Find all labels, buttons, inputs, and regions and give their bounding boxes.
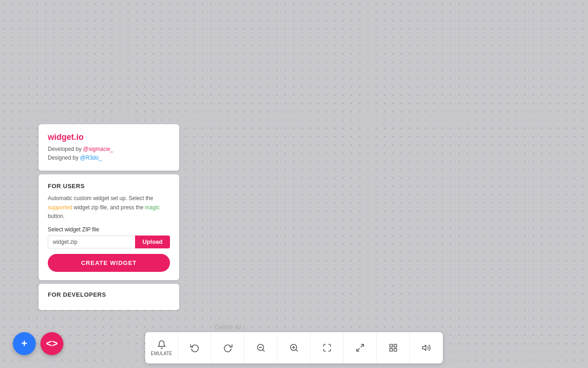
volume-icon — [422, 343, 431, 352]
svg-line-4 — [295, 350, 297, 351]
grid-icon — [389, 343, 398, 352]
zoom-out-button[interactable] — [244, 332, 277, 363]
svg-rect-8 — [394, 345, 396, 347]
zoom-out-icon — [256, 343, 266, 352]
desc-supported: supported — [48, 204, 72, 211]
svg-rect-7 — [390, 345, 392, 347]
plus-icon: + — [22, 339, 28, 349]
fit-screen-icon — [322, 343, 332, 352]
redo-button[interactable] — [211, 332, 244, 363]
desc-text-3: button. — [48, 213, 65, 219]
fab-code-button[interactable]: <> — [40, 332, 63, 355]
svg-rect-9 — [390, 349, 392, 351]
grid-button[interactable] — [377, 332, 410, 363]
bottom-toolbar: EMULATE — [145, 332, 443, 363]
for-developers-card: FOR DEVELOPERS — [39, 284, 179, 310]
designed-by: Designed by @R3do_ — [48, 154, 170, 162]
brand-title: widget.io — [48, 132, 170, 142]
redo-icon — [223, 343, 232, 352]
developed-by: Developed by @sigmacw_ — [48, 145, 170, 154]
collapse-button[interactable] — [344, 332, 377, 363]
code-icon: <> — [46, 339, 58, 349]
delete-bar-text: Delete W... — [215, 323, 246, 331]
desc-magic: magic — [145, 204, 159, 211]
zoom-in-button[interactable] — [277, 332, 311, 363]
for-developers-title: FOR DEVELOPERS — [48, 291, 170, 298]
create-widget-button[interactable]: CREATE WIDGET — [48, 254, 170, 272]
bell-icon — [157, 340, 166, 349]
for-users-description: Automatic custom widget set up. Select t… — [48, 194, 170, 221]
desc-text-2: widget zip file, and press the — [72, 204, 145, 211]
file-input[interactable] — [48, 236, 135, 248]
delete-bar: Delete W... — [39, 323, 423, 331]
for-users-title: FOR USERS — [48, 183, 170, 190]
svg-marker-11 — [423, 345, 426, 351]
fit-screen-button[interactable] — [311, 332, 344, 363]
volume-button[interactable] — [410, 332, 443, 363]
fab-plus-button[interactable]: + — [13, 332, 36, 355]
zoom-in-icon — [289, 343, 299, 352]
for-users-card: FOR USERS Automatic custom widget set up… — [39, 174, 179, 280]
sigma-handle: @sigmacw_ — [83, 146, 113, 152]
r3do-handle: @R3do_ — [80, 155, 102, 161]
svg-rect-10 — [394, 349, 396, 351]
emulate-label: EMULATE — [151, 351, 172, 356]
svg-line-1 — [262, 350, 264, 351]
file-select-label: Select widget ZIP file — [48, 226, 170, 233]
developed-by-label: Developed by — [48, 146, 83, 152]
cards-area: widget.io Developed by @sigmacw_ Designe… — [39, 124, 179, 310]
collapse-icon — [356, 343, 365, 352]
emulate-button[interactable]: EMULATE — [145, 332, 178, 363]
file-row: Upload — [48, 236, 170, 248]
desc-text-1: Automatic custom widget set up. Select t… — [48, 195, 153, 201]
undo-button[interactable] — [178, 332, 211, 363]
upload-button[interactable]: Upload — [135, 236, 170, 248]
undo-icon — [190, 343, 199, 352]
brand-card: widget.io Developed by @sigmacw_ Designe… — [39, 124, 179, 171]
designed-by-label: Designed by — [48, 155, 80, 161]
